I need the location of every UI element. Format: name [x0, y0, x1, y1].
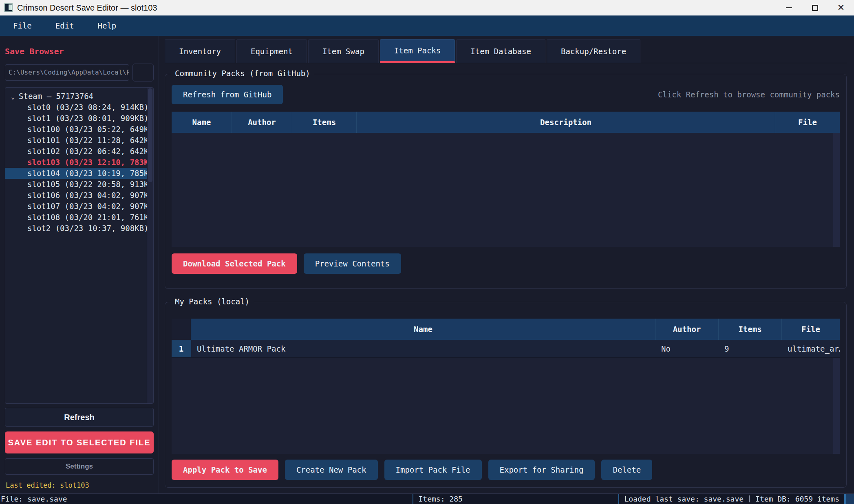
maximize-icon	[812, 5, 818, 11]
menu-bar: File Edit Help	[0, 15, 854, 36]
column-header-items[interactable]: Items	[292, 112, 357, 133]
status-items: Items: 285	[413, 494, 618, 504]
my-packs-group: My Packs (local) Name Author Items File …	[165, 302, 847, 488]
chevron-down-icon: ⌄	[11, 92, 15, 102]
download-selected-pack-button[interactable]: Download Selected Pack	[172, 253, 297, 274]
title-bar: Crimson Desert Save Editor — slot103 ✕	[0, 0, 854, 15]
community-packs-title: Community Packs (from GitHub)	[171, 69, 314, 78]
status-file: File: save.save	[0, 494, 67, 504]
community-hint-text: Click Refresh to browse community packs	[658, 90, 840, 99]
tab-bar: Inventory Equipment Item Swap Item Packs…	[165, 39, 847, 63]
main-panel: Inventory Equipment Item Swap Item Packs…	[159, 36, 854, 493]
tree-item-slot106[interactable]: slot106 (03/23 04:02, 907K…	[5, 190, 153, 201]
table-row[interactable]: 1 Ultimate ARMOR Pack No 9 ultimate_ar…	[172, 340, 840, 358]
tab-inventory[interactable]: Inventory	[165, 39, 235, 63]
close-button[interactable]: ✕	[828, 0, 854, 15]
menu-help[interactable]: Help	[91, 19, 123, 33]
column-header-name[interactable]: Name	[172, 112, 232, 133]
community-table-body	[172, 133, 840, 247]
tree-item-slot102[interactable]: slot102 (03/22 06:42, 642K…	[5, 146, 153, 157]
last-edited-label: Last edited: slot103	[6, 481, 154, 489]
minimize-button[interactable]	[776, 0, 802, 15]
save-browser-panel: Save Browser C:\Users\Coding\AppData\Loc…	[0, 36, 159, 493]
column-header-file[interactable]: File	[782, 319, 840, 340]
column-header-items[interactable]: Items	[719, 319, 782, 340]
refresh-from-github-button[interactable]: Refresh from GitHub	[172, 85, 283, 104]
import-pack-file-button[interactable]: Import Pack File	[384, 460, 482, 480]
tab-backup-restore[interactable]: Backup/Restore	[547, 39, 640, 63]
refresh-saves-button[interactable]: Refresh	[5, 408, 154, 427]
pack-author-cell[interactable]: No	[655, 340, 719, 357]
community-packs-group: Community Packs (from GitHub) Refresh fr…	[165, 74, 847, 289]
tree-item-slot2[interactable]: slot2 (03/23 10:37, 908KB)	[5, 223, 153, 234]
my-packs-table: Name Author Items File 1 Ultimate ARMOR …	[172, 319, 840, 454]
tab-item-swap[interactable]: Item Swap	[308, 39, 379, 63]
community-table-scrollbar[interactable]	[833, 133, 840, 247]
tab-item-database[interactable]: Item Database	[456, 39, 545, 63]
export-for-sharing-button[interactable]: Export for Sharing	[488, 460, 595, 480]
status-loaded: Loaded last save: save.save	[624, 495, 744, 503]
save-browser-title: Save Browser	[5, 46, 154, 56]
delete-pack-button[interactable]: Delete	[601, 460, 652, 480]
create-new-pack-button[interactable]: Create New Pack	[285, 460, 378, 480]
menu-file[interactable]: File	[7, 19, 38, 33]
tree-item-slot107[interactable]: slot107 (03/23 04:02, 907K…	[5, 201, 153, 212]
item-packs-pane: Community Packs (from GitHub) Refresh fr…	[165, 63, 847, 493]
pack-items-cell[interactable]: 9	[719, 340, 782, 357]
tree-item-slot0[interactable]: slot0 (03/23 08:24, 914KB)	[5, 102, 153, 113]
resize-grip[interactable]	[845, 494, 854, 504]
menu-edit[interactable]: Edit	[49, 19, 81, 33]
status-bar: File: save.save Items: 285 Loaded last s…	[0, 493, 854, 504]
tree-item-slot105[interactable]: slot105 (03/22 20:58, 913K…	[5, 179, 153, 190]
community-table-header: Name Author Items Description File	[172, 112, 840, 133]
tree-item-slot108[interactable]: slot108 (03/20 21:01, 761K…	[5, 212, 153, 223]
pack-file-cell[interactable]: ultimate_ar…	[782, 340, 840, 357]
tab-item-packs[interactable]: Item Packs	[380, 39, 455, 63]
corner-header-cell	[172, 319, 191, 340]
preview-contents-button[interactable]: Preview Contents	[304, 253, 401, 274]
tab-equipment[interactable]: Equipment	[236, 39, 307, 63]
close-icon: ✕	[837, 3, 845, 12]
pack-name-cell[interactable]: Ultimate ARMOR Pack	[191, 340, 655, 357]
tree-scrollbar[interactable]	[147, 88, 153, 403]
column-header-name[interactable]: Name	[191, 319, 655, 340]
my-packs-title: My Packs (local)	[171, 297, 254, 306]
app-icon	[4, 3, 13, 12]
column-header-description[interactable]: Description	[357, 112, 775, 133]
row-number-cell: 1	[172, 340, 191, 357]
save-edit-button[interactable]: SAVE EDIT TO SELECTED FILE	[5, 431, 154, 453]
settings-button[interactable]: Settings	[5, 458, 154, 475]
apply-pack-to-save-button[interactable]: Apply Pack to Save	[172, 460, 278, 480]
tree-scrollbar-thumb[interactable]	[148, 88, 152, 182]
maximize-button[interactable]	[802, 0, 828, 15]
tree-item-slot100[interactable]: slot100 (03/23 05:22, 649K…	[5, 124, 153, 135]
tree-item-slot101[interactable]: slot101 (03/22 11:28, 642K…	[5, 135, 153, 146]
status-right-segment: Loaded last save: save.save Item DB: 605…	[618, 494, 845, 504]
community-packs-table: Name Author Items Description File	[172, 112, 840, 247]
my-packs-table-header: Name Author Items File	[172, 319, 840, 340]
tree-item-slot1[interactable]: slot1 (03/23 08:01, 909KB)	[5, 113, 153, 124]
window-title: Crimson Desert Save Editor — slot103	[17, 3, 157, 13]
save-slot-tree: ⌄Steam — 57173764 slot0 (03/23 08:24, 91…	[5, 87, 154, 404]
minimize-icon	[786, 7, 792, 8]
tree-item-slot103[interactable]: slot103 (03/23 12:10, 783K…	[5, 157, 153, 168]
tree-node-steam[interactable]: ⌄Steam — 57173764	[5, 91, 153, 102]
column-header-author[interactable]: Author	[232, 112, 292, 133]
save-path-input[interactable]: C:\Users\Coding\AppData\Local\Pearl Ab	[5, 64, 129, 81]
column-header-file[interactable]: File	[775, 112, 840, 133]
status-divider	[749, 495, 750, 503]
my-packs-table-scrollbar[interactable]	[833, 358, 840, 454]
status-itemdb: Item DB: 6059 items	[755, 495, 839, 503]
tree-item-slot104[interactable]: slot104 (03/23 10:19, 785K…	[5, 168, 153, 179]
my-packs-table-body	[172, 358, 840, 454]
browse-folder-button[interactable]	[132, 64, 154, 81]
column-header-author[interactable]: Author	[655, 319, 719, 340]
